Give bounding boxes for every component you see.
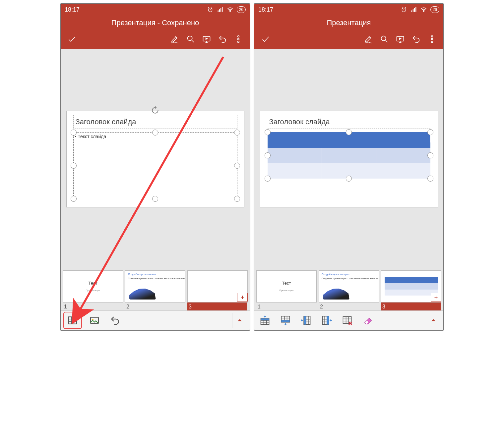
main-toolbar (254, 31, 443, 49)
search-button[interactable] (376, 32, 392, 46)
slide-title-text: Заголовок слайда (76, 118, 136, 126)
svg-rect-3 (220, 8, 221, 12)
thumb-slide-3[interactable]: 3 (381, 270, 441, 310)
slide-title-placeholder[interactable]: Заголовок слайда (73, 115, 237, 129)
slide-body-placeholder[interactable]: Текст слайда (73, 132, 237, 199)
slide-editor[interactable]: Заголовок слайда (254, 49, 443, 269)
expand-toolbar-button[interactable] (232, 313, 247, 328)
pen-button[interactable] (360, 32, 376, 46)
svg-point-8 (238, 36, 239, 37)
document-title: Презентация - Сохранено (61, 15, 250, 31)
battery-indicator: 26 (430, 6, 439, 13)
thumb-slide-2[interactable]: Создаём презентацию Создание презентации… (319, 270, 378, 310)
expand-toolbar-button[interactable] (426, 313, 441, 328)
svg-point-10 (238, 41, 239, 43)
thumb-slide-3[interactable]: 3 (187, 270, 247, 310)
more-button[interactable] (424, 32, 440, 46)
svg-point-20 (423, 11, 424, 12)
svg-rect-27 (261, 318, 269, 320)
thumb1-number: 1 (256, 302, 316, 310)
body-bullet-text: Текст слайда (75, 134, 106, 139)
svg-rect-33 (327, 316, 329, 324)
thumb2-line: Создание презентации – совсем несложное … (322, 277, 378, 280)
alarm-icon (207, 6, 214, 13)
done-button[interactable] (258, 32, 274, 46)
eraser-button[interactable] (360, 313, 376, 328)
thumb3-number: 3 (187, 302, 247, 310)
thumb2-image (323, 284, 349, 300)
more-button[interactable] (230, 32, 246, 46)
svg-point-5 (230, 11, 230, 12)
inserted-table[interactable] (268, 132, 430, 179)
present-button[interactable] (392, 32, 408, 46)
app-header: Презентация (254, 15, 443, 49)
add-slide-label: + (434, 294, 438, 301)
add-slide-label: + (241, 294, 244, 301)
thumb2-link: Создаём презентацию (322, 273, 349, 276)
wifi-icon (420, 6, 427, 13)
rotate-handle-icon[interactable] (151, 106, 159, 115)
svg-point-6 (188, 36, 192, 41)
insert-row-above-button[interactable] (257, 313, 273, 328)
insert-column-left-button[interactable] (298, 313, 314, 328)
selection-handles[interactable] (74, 133, 237, 199)
svg-rect-11 (69, 317, 77, 324)
thumb-slide-1[interactable]: Тест Презентация 1 (63, 270, 122, 310)
thumb1-subtitle: Презентация (86, 289, 100, 292)
thumb2-image (129, 284, 156, 300)
battery-value: 26 (239, 7, 243, 12)
pen-button[interactable] (167, 32, 183, 46)
thumb1-title: Тест (89, 281, 97, 286)
svg-rect-17 (412, 9, 413, 12)
thumb-slide-1[interactable]: Тест Презентация 1 (256, 270, 316, 310)
document-title: Презентация (254, 15, 443, 31)
thumb3-table-icon (385, 277, 438, 296)
thumb1-title: Тест (282, 281, 291, 286)
current-slide[interactable]: Заголовок слайда (260, 111, 438, 207)
current-slide[interactable]: Заголовок слайда Текст слайда (66, 111, 244, 207)
thumb3-number: 3 (381, 302, 441, 310)
svg-rect-19 (415, 7, 416, 12)
wifi-icon (227, 6, 233, 13)
undo-button[interactable] (408, 32, 424, 46)
svg-rect-29 (281, 320, 289, 322)
insert-row-below-button[interactable] (278, 313, 293, 328)
slide-editor[interactable]: Заголовок слайда Текст слайда (61, 49, 250, 269)
add-slide-button[interactable]: + (237, 293, 248, 301)
thumb1-subtitle: Презентация (280, 289, 293, 292)
statusbar: 18:17 26 (61, 4, 250, 15)
insert-table-button[interactable] (63, 312, 82, 329)
svg-point-24 (431, 38, 433, 40)
thumb2-line: Создание презентации – совсем несложное … (128, 277, 185, 280)
thumb2-number: 2 (125, 302, 185, 310)
present-button[interactable] (199, 32, 215, 46)
insert-column-right-button[interactable] (319, 313, 335, 328)
thumb-slide-2[interactable]: Создаём презентацию Создание презентации… (125, 270, 185, 310)
search-button[interactable] (183, 32, 199, 46)
svg-point-21 (381, 36, 386, 41)
undo-bottom-button[interactable] (107, 313, 123, 328)
phone-screenshot-right: 18:17 26 Презентация (254, 3, 444, 331)
statusbar: 18:17 26 (254, 4, 443, 15)
svg-point-23 (431, 36, 433, 37)
thumb1-number: 1 (63, 302, 122, 310)
slide-title-placeholder[interactable]: Заголовок слайда (267, 115, 431, 129)
delete-table-button[interactable] (339, 313, 355, 328)
undo-button[interactable] (215, 32, 230, 46)
app-header: Презентация - Сохранено (61, 15, 250, 49)
slide-thumbnails: Тест Презентация 1 Создаём презентацию С… (61, 269, 250, 310)
svg-rect-4 (222, 7, 223, 12)
svg-rect-2 (219, 9, 220, 12)
insert-image-button[interactable] (87, 313, 102, 328)
add-slide-button[interactable]: + (431, 293, 441, 301)
slide-title-text: Заголовок слайда (269, 118, 330, 126)
done-button[interactable] (64, 32, 80, 46)
thumb2-number: 2 (319, 302, 378, 310)
main-toolbar (61, 31, 250, 49)
battery-value: 26 (433, 7, 437, 12)
svg-rect-18 (414, 8, 415, 12)
phone-screenshot-left: 18:17 26 Презентация - Сохранено (60, 3, 250, 331)
thumb2-link: Создаём презентацию (128, 273, 156, 276)
signal-icon (410, 6, 417, 13)
status-time: 18:17 (258, 6, 273, 13)
